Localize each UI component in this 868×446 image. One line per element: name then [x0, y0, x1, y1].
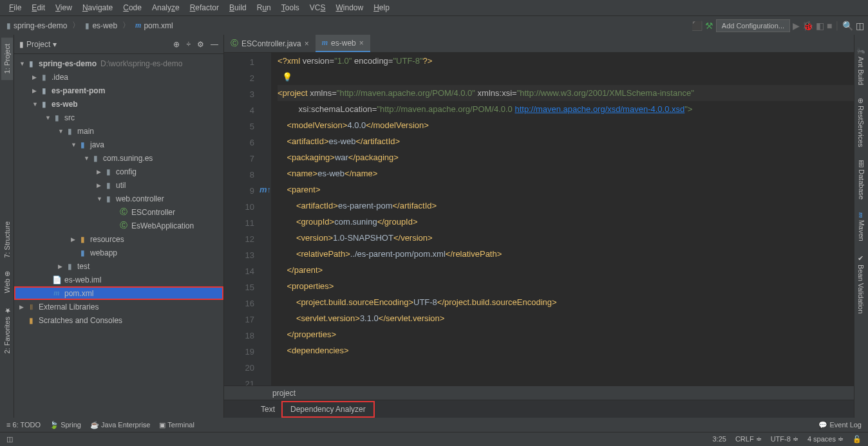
hammer-icon[interactable]: ⚒ — [705, 21, 713, 31]
breadcrumb: ▮ spring-es-demo 〉 ▮ es-web 〉 m pom.xml — [4, 19, 176, 32]
tab-favorites[interactable]: 2: Favorites ★ — [1, 300, 13, 360]
bottom-tool-buttons: ≡ 6: TODO 🍃 Spring ☕ Java Enterprise ▣ T… — [0, 418, 868, 432]
line-number-gutter: 123456789101112131415161718192021 — [224, 53, 259, 386]
run-icon[interactable]: ▶ — [793, 21, 800, 31]
menu-help[interactable]: Help — [368, 3, 395, 12]
project-view-selector[interactable]: ▮ Project ▾ — [19, 40, 57, 49]
intention-bulb-icon[interactable]: 💡 — [282, 72, 292, 82]
maven-gutter-icon[interactable]: m↑ — [259, 181, 271, 198]
btn-todo[interactable]: ≡ 6: TODO — [6, 421, 41, 429]
btn-java-enterprise[interactable]: ☕ Java Enterprise — [90, 421, 151, 429]
navigation-bar: ▮ spring-es-demo 〉 ▮ es-web 〉 m pom.xml … — [0, 15, 868, 35]
right-tool-stripe: 🐜 Ant Build ⊕ RestServices 🗄 Database m … — [854, 35, 868, 418]
menu-view[interactable]: View — [50, 3, 77, 12]
menu-vcs[interactable]: VCS — [305, 3, 331, 12]
menu-navigate[interactable]: Navigate — [77, 3, 118, 12]
left-tool-stripe: 1: Project 7: Structure Web ⊕ 2: Favorit… — [0, 35, 14, 418]
editor-sub-tabs: Text Dependency Analyzer — [224, 400, 854, 418]
build-icon[interactable]: ⬛ — [692, 21, 703, 31]
btn-event-log[interactable]: 💬 Event Log — [818, 421, 862, 429]
menu-analyze[interactable]: Analyze — [147, 3, 185, 12]
collapse-icon[interactable]: ÷ — [186, 40, 191, 49]
tab-web[interactable]: Web ⊕ — [1, 265, 13, 299]
menu-build[interactable]: Build — [224, 3, 252, 12]
tab-maven[interactable]: m Maven — [856, 206, 867, 248]
status-lock-icon[interactable]: 🔓 — [853, 435, 862, 443]
tab-ant-build[interactable]: 🐜 Ant Build — [855, 40, 867, 91]
menu-bar: File Edit View Navigate Code Analyze Ref… — [0, 0, 868, 15]
status-bar: ◫ 3:25 CRLF ≑ UTF-8 ≑ 4 spaces ≑ 🔓 — [0, 432, 868, 446]
hide-icon[interactable]: — — [211, 40, 218, 49]
tool-windows-icon[interactable]: ◫ — [6, 435, 13, 443]
editor-area: ⒸESController.java× mes-web× 12345678910… — [224, 35, 854, 418]
menu-edit[interactable]: Edit — [26, 3, 50, 12]
code-line: <modelVersion>4.0.0</modelVersion> — [278, 117, 854, 133]
tab-bean-validation[interactable]: ✔ Bean Validation — [855, 248, 867, 320]
status-caret-pos[interactable]: 3:25 — [712, 435, 726, 443]
tab-text[interactable]: Text — [253, 402, 283, 416]
close-icon[interactable]: × — [305, 39, 309, 48]
editor-tab-esweb[interactable]: mes-web× — [316, 35, 370, 52]
debug-icon[interactable]: 🐞 — [802, 21, 813, 31]
close-icon[interactable]: × — [359, 39, 364, 48]
gutter-icons: m↑ — [259, 53, 271, 386]
btn-spring[interactable]: 🍃 Spring — [50, 421, 81, 429]
chevron-right-icon: 〉 — [72, 20, 80, 31]
stop-icon[interactable]: ■ — [827, 21, 832, 31]
tab-rest[interactable]: ⊕ RestServices — [855, 91, 867, 154]
tab-structure[interactable]: 7: Structure — [1, 215, 13, 265]
breadcrumb-file[interactable]: m pom.xml — [133, 19, 176, 32]
menu-code[interactable]: Code — [118, 3, 147, 12]
editor-breadcrumb[interactable]: project — [224, 386, 854, 400]
ide-structure-icon[interactable]: ◫ — [856, 21, 864, 31]
menu-tools[interactable]: Tools — [276, 3, 305, 12]
editor-tab-escontroller[interactable]: ⒸESController.java× — [224, 35, 316, 52]
target-icon[interactable]: ⊕ — [173, 40, 180, 49]
run-config-dropdown[interactable]: Add Configuration... — [716, 19, 790, 32]
search-everywhere-icon[interactable]: 🔍 — [842, 21, 853, 31]
tree-node-pom: mpom.xml — [14, 286, 223, 300]
breadcrumb-root[interactable]: ▮ spring-es-demo — [4, 20, 70, 32]
tab-project[interactable]: 1: Project — [1, 37, 13, 80]
menu-run[interactable]: Run — [252, 3, 276, 12]
breadcrumb-module[interactable]: ▮ es-web — [82, 20, 120, 32]
btn-terminal[interactable]: ▣ Terminal — [159, 421, 194, 429]
settings-icon[interactable]: ⚙ — [197, 40, 204, 49]
menu-window[interactable]: Window — [330, 3, 368, 12]
status-line-sep[interactable]: CRLF ≑ — [735, 435, 762, 443]
coverage-icon[interactable]: ◧ — [816, 21, 824, 31]
project-tool-window: ▮ Project ▾ ⊕ ÷ ⚙ — ▼▮spring-es-demoD:\w… — [14, 35, 224, 418]
menu-refactor[interactable]: Refactor — [185, 3, 224, 12]
menu-file[interactable]: File — [4, 3, 26, 12]
status-indent[interactable]: 4 spaces ≑ — [807, 435, 844, 443]
code-editor[interactable]: 123456789101112131415161718192021 m↑ <?x… — [224, 53, 854, 386]
status-encoding[interactable]: UTF-8 ≑ — [771, 435, 798, 443]
tab-database[interactable]: 🗄 Database — [856, 154, 867, 206]
chevron-right-icon: 〉 — [122, 20, 130, 31]
project-tree[interactable]: ▼▮spring-es-demoD:\work\spring-es-demo ▶… — [14, 54, 223, 418]
tab-dependency-analyzer[interactable]: Dependency Analyzer — [283, 402, 373, 416]
